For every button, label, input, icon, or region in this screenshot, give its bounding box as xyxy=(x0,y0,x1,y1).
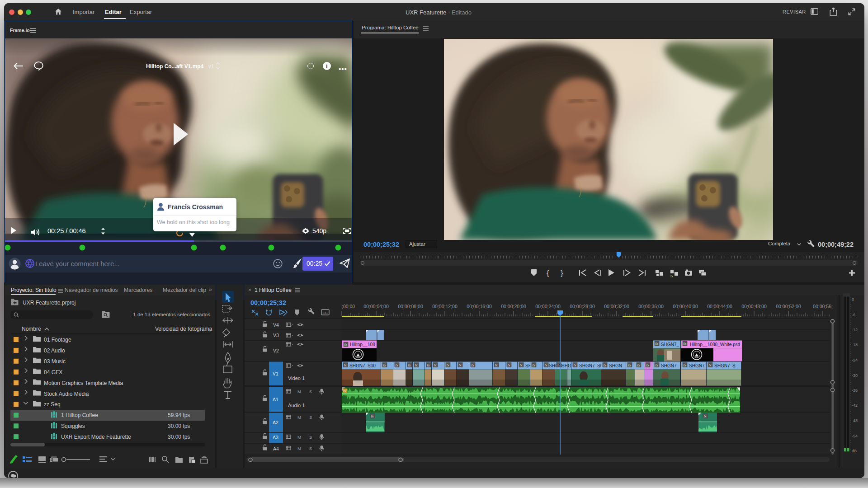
svg-text:{: { xyxy=(547,269,549,277)
svg-text:V2: V2 xyxy=(273,348,279,353)
svg-text:fx: fx xyxy=(472,363,475,367)
svg-text:fx: fx xyxy=(520,363,523,367)
svg-text:Video 1: Video 1 xyxy=(288,375,305,381)
svg-text:-48: -48 xyxy=(852,418,858,423)
svg-text:-36: -36 xyxy=(852,388,858,393)
svg-text:fx: fx xyxy=(408,363,411,367)
svg-text:Hilltop__108: Hilltop__108 xyxy=(350,342,375,347)
svg-text:M: M xyxy=(297,435,301,440)
svg-text:fx: fx xyxy=(628,363,632,367)
svg-text:fx: fx xyxy=(344,363,347,367)
svg-text:V1: V1 xyxy=(273,371,278,376)
svg-text:Squiggles: Squiggles xyxy=(61,423,85,429)
svg-text:00;00;52;00: 00;00;52;00 xyxy=(776,304,801,309)
svg-text:A3: A3 xyxy=(273,435,278,440)
svg-text:02 Audio: 02 Audio xyxy=(44,347,65,354)
svg-text:00;00;25;32: 00;00;25;32 xyxy=(250,299,286,306)
svg-text:S: S xyxy=(309,415,312,420)
svg-text:00;00;40;00: 00;00;40;00 xyxy=(673,304,698,309)
svg-text:A2: A2 xyxy=(273,420,278,425)
svg-text:00;00;20;00: 00;00;20;00 xyxy=(501,304,526,309)
svg-text:00;00;24;00: 00;00;24;00 xyxy=(535,304,561,309)
svg-text:A4: A4 xyxy=(273,446,279,451)
svg-text:-54: -54 xyxy=(852,434,858,438)
svg-text:zz Seq: zz Seq xyxy=(44,401,61,408)
svg-text:fx: fx xyxy=(533,363,536,367)
svg-text:SHGN7_: SHGN7_ xyxy=(661,342,679,347)
svg-text:M: M xyxy=(297,389,301,394)
svg-text:03 Music: 03 Music xyxy=(44,358,66,365)
svg-text:S: S xyxy=(309,435,312,440)
svg-text:59.94 fps: 59.94 fps xyxy=(168,412,190,418)
svg-text:-24: -24 xyxy=(852,358,858,362)
svg-text:fx: fx xyxy=(684,342,687,346)
svg-text:00;00;04;00: 00;00;04;00 xyxy=(363,304,389,309)
svg-text:30.00 fps: 30.00 fps xyxy=(168,434,190,440)
svg-text:;00;00: ;00;00 xyxy=(342,304,355,309)
svg-text:fx: fx xyxy=(646,363,650,367)
svg-text:fx: fx xyxy=(508,363,511,367)
svg-text:SHGN7_S00: SHGN7_S00 xyxy=(349,363,376,368)
svg-text:fx: fx xyxy=(656,342,659,346)
svg-text:fx: fx xyxy=(434,363,437,367)
svg-text:00;00;36;00: 00;00;36;00 xyxy=(638,304,664,309)
svg-text:fx: fx xyxy=(709,363,712,367)
svg-text:00;00;32;00: 00;00;32;00 xyxy=(604,304,629,309)
svg-text:fx: fx xyxy=(574,363,577,367)
svg-text:-12: -12 xyxy=(852,328,858,332)
svg-text:Stock Audio Media: Stock Audio Media xyxy=(44,391,89,397)
svg-text:Hilltop__1080_White.psd: Hilltop__1080_White.psd xyxy=(690,342,740,347)
svg-text:fx: fx xyxy=(604,363,607,367)
svg-text:fx: fx xyxy=(383,363,387,367)
svg-text:0: 0 xyxy=(852,297,854,302)
svg-text:01 Footage: 01 Footage xyxy=(44,337,71,343)
svg-text:00;00;56;: 00;00;56; xyxy=(813,304,833,309)
svg-text:S: S xyxy=(309,446,312,451)
svg-text:fx: fx xyxy=(415,363,418,367)
svg-text:Motion Graphics Template Media: Motion Graphics Template Media xyxy=(44,380,123,386)
svg-text:04 GFX: 04 GFX xyxy=(44,369,62,375)
svg-text:fx: fx xyxy=(684,363,687,367)
svg-text:}: } xyxy=(561,269,563,277)
svg-text:V4: V4 xyxy=(273,322,279,328)
svg-text:M: M xyxy=(297,415,301,420)
svg-text:00;00;44;00: 00;00;44;00 xyxy=(707,304,732,309)
svg-text:fx: fx xyxy=(495,363,498,367)
svg-text:S: S xyxy=(309,389,312,394)
svg-text:fx: fx xyxy=(459,363,462,367)
svg-text:A1: A1 xyxy=(273,397,278,402)
svg-text:00;00;28;00: 00;00;28;00 xyxy=(570,304,595,309)
svg-text:fx: fx xyxy=(344,389,347,393)
svg-text:M: M xyxy=(297,446,301,451)
svg-text:00;00;12;00: 00;00;12;00 xyxy=(432,304,458,309)
svg-text:fx: fx xyxy=(427,363,430,367)
svg-text:SHG: SHG xyxy=(561,363,571,368)
svg-text:fx: fx xyxy=(545,363,548,367)
svg-text:fx: fx xyxy=(704,414,707,418)
svg-text:fx: fx xyxy=(396,363,399,367)
svg-text:dB: dB xyxy=(852,449,857,453)
svg-text:1 Hilltop Coffee: 1 Hilltop Coffee xyxy=(61,412,98,418)
svg-text:fx: fx xyxy=(670,274,673,278)
svg-text:1 Hilltop Coffee: 1 Hilltop Coffee xyxy=(255,287,292,293)
svg-text:V3: V3 xyxy=(273,333,279,338)
svg-text:Audio 1: Audio 1 xyxy=(288,403,305,408)
svg-text:fx: fx xyxy=(656,363,659,367)
svg-text:UXR Export Mode Featurette: UXR Export Mode Featurette xyxy=(61,434,131,440)
svg-text:30.00 fps: 30.00 fps xyxy=(168,423,190,429)
svg-text:fx: fx xyxy=(637,363,641,367)
svg-text:×: × xyxy=(248,287,251,293)
svg-text:fx: fx xyxy=(447,363,450,367)
svg-text:-18: -18 xyxy=(852,343,858,347)
svg-text:CC: CC xyxy=(323,311,328,315)
svg-text:fx: fx xyxy=(344,343,348,347)
svg-text:00;00;08;00: 00;00;08;00 xyxy=(398,304,423,309)
svg-text:00;00;16;00: 00;00;16;00 xyxy=(467,304,492,309)
svg-text:-6: -6 xyxy=(852,313,855,317)
svg-text:00;00;48;00: 00;00;48;00 xyxy=(741,304,767,309)
svg-text:SHGN7_S0: SHGN7_S0 xyxy=(579,363,603,368)
svg-text:-42: -42 xyxy=(852,403,858,408)
svg-text:fx: fx xyxy=(371,414,374,418)
svg-text:SHGN: SHGN xyxy=(609,363,622,368)
svg-text:SHGN7_S: SHGN7_S xyxy=(714,363,736,368)
